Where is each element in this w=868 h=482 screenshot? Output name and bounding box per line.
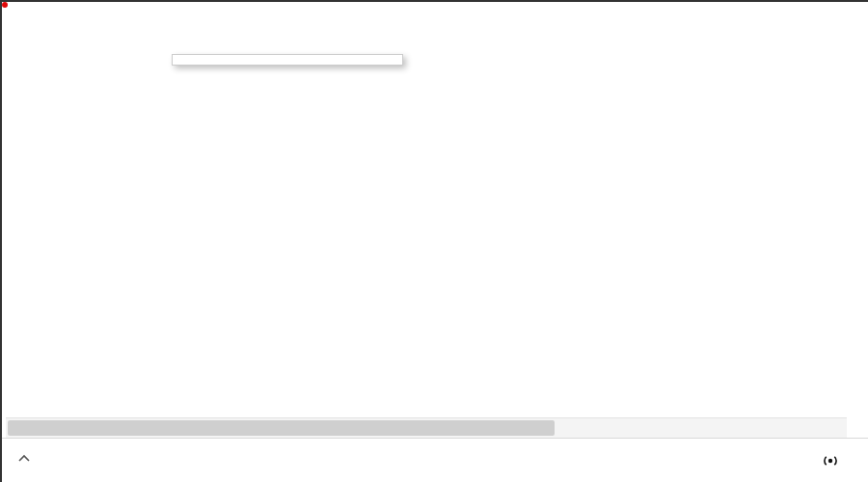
horizontal-scrollbar[interactable] [6, 417, 847, 438]
svg-point-0 [828, 458, 832, 462]
fewer-details-button[interactable] [17, 452, 39, 469]
broadcast-icon [820, 450, 841, 471]
chevron-up-icon [17, 452, 31, 469]
context-menu [172, 54, 403, 66]
footer-bar [2, 438, 868, 482]
watermark-brand [820, 450, 853, 471]
process-list [2, 2, 868, 438]
scrollbar-thumb[interactable] [8, 420, 555, 436]
section-background-processes [2, 2, 868, 15]
